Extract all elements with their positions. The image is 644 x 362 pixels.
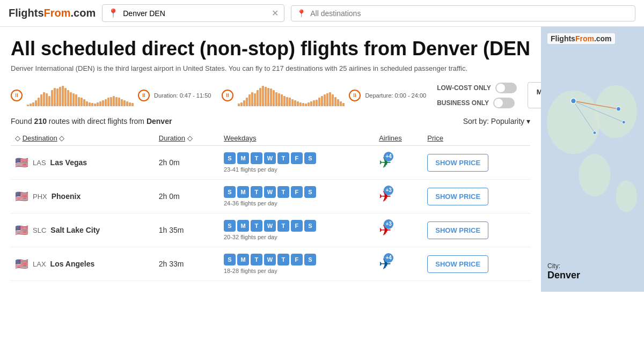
duration-pause-end-button[interactable]: ⏸ [138, 90, 150, 101]
weekdays-cell: SMTWTFS 23-41 flights per day [219, 146, 375, 180]
city-name: Salt Lake City [50, 226, 100, 234]
country-flag: 🇺🇸 [15, 224, 28, 237]
day-badge: S [224, 254, 236, 265]
city-name: Las Vegas [50, 158, 87, 167]
table-row: 🇺🇸 PHX Phoenix 2h 0m SMTWTFS 24-36 fligh… [11, 180, 530, 213]
sort-by-label: Sort by: [463, 117, 489, 125]
flights-per-day: 18-28 flights per day [224, 268, 370, 274]
destination-cell: 🇺🇸 PHX Phoenix [11, 180, 155, 213]
sort-diamond-dest: ◇ [15, 134, 20, 142]
day-badge: F [291, 254, 303, 265]
airline-count-badge: +3 [384, 186, 393, 195]
low-cost-toggle-thumb [496, 84, 505, 92]
departure-slider-group: ⏸ ⏸ Departure: 0:00 - 24:00 [222, 85, 426, 106]
show-price-button[interactable]: SHOW PRICE [427, 221, 488, 239]
map-city-label: City: Denver [547, 262, 580, 281]
col-header-destination[interactable]: ◇ Destination ◇ [11, 131, 155, 146]
day-badge: T [251, 220, 262, 232]
table-row: 🇺🇸 LAX Los Angeles 2h 33m SMTWTFS 18-28 … [11, 247, 530, 281]
col-header-price[interactable]: Price [423, 131, 530, 146]
duration-cell: 2h 0m [155, 146, 219, 180]
day-badge: S [304, 220, 316, 232]
svg-point-11 [593, 131, 596, 135]
dest-pin-icon: 📍 [297, 9, 306, 18]
day-badge: W [264, 220, 276, 232]
results-count-text: Found 210 routes with direct flights fro… [11, 117, 172, 125]
day-badge: S [304, 254, 316, 265]
show-price-button[interactable]: SHOW PRICE [427, 255, 488, 273]
country-flag: 🇺🇸 [15, 257, 28, 270]
country-flag: 🇺🇸 [15, 156, 28, 169]
iata-code: LAS [33, 159, 46, 167]
clear-icon[interactable]: ✕ [272, 8, 279, 18]
city-name: Los Angeles [50, 260, 95, 268]
flights-per-day: 24-36 flights per day [224, 200, 370, 206]
destination-cell: 🇺🇸 LAS Las Vegas [11, 146, 155, 180]
duration-pause-button[interactable]: ⏸ [11, 90, 23, 101]
flight-duration: 2h 0m [159, 158, 180, 167]
show-price-button[interactable]: SHOW PRICE [427, 154, 488, 172]
departure-label: Departure: 0:00 - 24:00 [365, 92, 426, 99]
flights-per-day: 20-32 flights per day [224, 234, 370, 240]
map-logo-domain: .com [594, 34, 612, 43]
price-cell: SHOW PRICE [423, 180, 530, 213]
day-badges-row: SMTWTFS [224, 254, 370, 265]
business-toggle-row: BUSINESS ONLY [437, 98, 517, 108]
duration-sort-link[interactable]: Duration [159, 134, 185, 142]
svg-point-8 [570, 98, 576, 104]
sort-by-control[interactable]: Sort by: Popularity ▾ [463, 117, 530, 125]
map-city-prefix: City: [547, 262, 580, 270]
weekdays-sort-link[interactable]: Weekdays [224, 134, 256, 142]
site-logo: FlightsFrom.com [9, 7, 96, 19]
destination-cell: 🇺🇸 SLC Salt Lake City [11, 213, 155, 247]
col-header-duration[interactable]: Duration ◇ [155, 131, 219, 146]
show-price-button[interactable]: SHOW PRICE [427, 188, 488, 205]
day-badge: T [277, 152, 289, 164]
low-cost-toggle-row: LOW-COST ONLY [437, 83, 517, 93]
day-badge: T [251, 152, 262, 164]
page-title: All scheduled direct (non-stop) flights … [11, 38, 530, 60]
day-badge: S [224, 152, 236, 164]
day-badges-row: SMTWTFS [224, 220, 370, 232]
day-badge: S [224, 220, 236, 232]
col-header-airlines[interactable]: Airlines [375, 131, 423, 146]
price-cell: SHOW PRICE [423, 213, 530, 247]
filters-row: ⏸ ⏸ Duration: 0:47 - 11:50 ⏸ ⏸ Departure… [11, 82, 530, 108]
results-city: Denver [147, 117, 172, 125]
airlines-cell: ✈ +3 [375, 180, 423, 213]
day-badge: F [291, 152, 303, 164]
logo-domain-text: .com [71, 7, 96, 19]
weekdays-cell: SMTWTFS 18-28 flights per day [219, 247, 375, 281]
destination-input[interactable] [310, 9, 630, 18]
results-number: 210 [34, 117, 47, 125]
day-badge: T [277, 220, 289, 232]
airlines-cell: ✈ +4 [375, 146, 423, 180]
results-found-label: Found [11, 117, 32, 125]
iata-code: PHX [33, 193, 47, 201]
price-sort-link[interactable]: Price [427, 134, 443, 142]
map-logo-flights: Flights [551, 34, 575, 43]
price-cell: SHOW PRICE [423, 146, 530, 180]
departure-pause-end-button[interactable]: ⏸ [349, 90, 361, 101]
map-city-name: Denver [547, 270, 580, 281]
weekdays-cell: SMTWTFS 20-32 flights per day [219, 213, 375, 247]
day-badge: T [277, 186, 289, 198]
business-toggle[interactable] [493, 98, 515, 108]
pin-icon: 📍 [108, 8, 119, 18]
day-badge: W [264, 186, 276, 198]
airlines-sort-link[interactable]: Airlines [379, 134, 402, 142]
svg-point-2 [595, 85, 637, 138]
svg-point-9 [616, 107, 620, 111]
departure-pause-button[interactable]: ⏸ [222, 90, 233, 101]
weekdays-cell: SMTWTFS 24-36 flights per day [219, 180, 375, 213]
col-header-weekdays[interactable]: Weekdays [219, 131, 375, 146]
flight-duration: 2h 0m [159, 192, 180, 201]
day-badge: S [304, 152, 316, 164]
low-cost-toggle[interactable] [495, 83, 517, 93]
sort-diamond-dest2: ◇ [59, 134, 64, 142]
origin-input[interactable] [123, 9, 267, 18]
map-logo-from: From [575, 34, 594, 43]
flight-duration: 1h 35m [159, 226, 184, 234]
svg-point-4 [616, 181, 637, 212]
destination-sort-link[interactable]: Destination [23, 134, 57, 142]
